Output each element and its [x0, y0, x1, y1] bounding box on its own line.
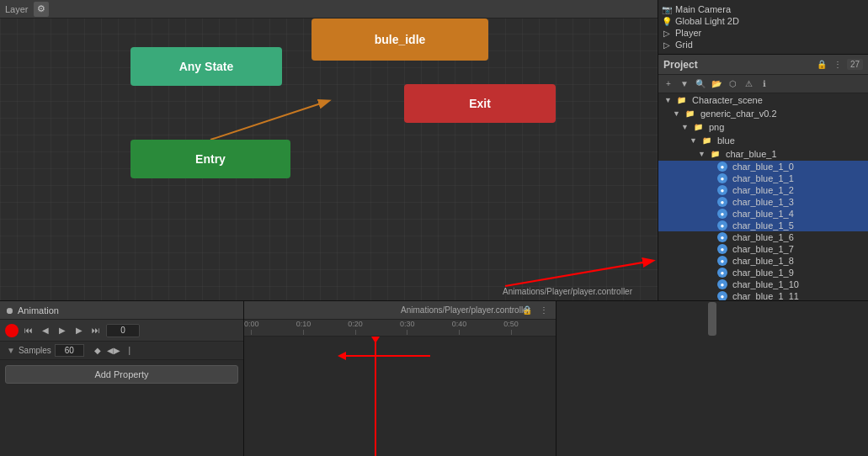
hierarchy-item-grid[interactable]: ▷ Grid — [658, 39, 868, 50]
node-exit[interactable]: Exit — [404, 84, 556, 123]
add-btn[interactable]: + — [662, 77, 675, 91]
tree-item[interactable]: ▼📁png — [658, 120, 868, 134]
tree-item-label: png — [709, 122, 724, 132]
tree-item-icon: ● — [717, 244, 727, 254]
right-panel: 📷 Main Camera 💡 Global Light 2D ▷ Player… — [658, 0, 868, 300]
samples-row: ▼ Samples ◆ ◀▶ | — [0, 342, 243, 360]
tree-item[interactable]: ●char_blue_1_11 — [658, 290, 868, 300]
svg-line-3 — [505, 261, 652, 286]
tree-item-label: char_blue_1_11 — [732, 291, 799, 300]
tree-item[interactable]: ●char_blue_1_5 — [658, 220, 868, 231]
lock-icon-btn[interactable]: 🔒 — [815, 58, 828, 72]
left-arrow-icon — [338, 352, 346, 360]
tree-item-icon: 📁 — [700, 135, 712, 146]
node-entry[interactable]: Entry — [130, 140, 290, 178]
tree-item[interactable]: ●char_blue_1_4 — [658, 208, 868, 220]
warning-btn[interactable]: ⚠ — [742, 77, 755, 91]
animation-panel: ⏺ Animation ⏮ ◀ ▶ ▶ ⏭ ▼ Samples ◆ ◀▶ | A… — [0, 301, 244, 456]
gear-button[interactable]: ⚙ — [34, 2, 49, 17]
ruler-tick-line — [511, 330, 512, 335]
hierarchy-item-light[interactable]: 💡 Global Light 2D — [658, 15, 868, 27]
timeline-more-btn[interactable]: ⋮ — [537, 304, 551, 317]
tree-item[interactable]: ●char_blue_1_8 — [658, 255, 868, 267]
tree-arrow-icon: ▼ — [690, 136, 698, 145]
samples-input[interactable] — [55, 344, 84, 357]
player-icon: ▷ — [662, 28, 672, 38]
tree-item[interactable]: ●char_blue_1_9 — [658, 267, 868, 278]
folder-view-btn[interactable]: 📂 — [710, 77, 723, 91]
timeline-red-arrow — [338, 352, 430, 360]
prev-frame-btn[interactable]: ◀ — [39, 324, 52, 337]
tree-item-icon: ● — [717, 291, 727, 300]
tree-item-icon: ● — [717, 209, 727, 219]
tree-item[interactable]: ●char_blue_1_2 — [658, 184, 868, 196]
frame-input[interactable] — [106, 324, 140, 337]
play-btn[interactable]: ▶ — [56, 324, 69, 337]
project-panel: Project 🔒 ⋮ 27 + ▼ 🔍 📂 ⬡ ⚠ ℹ ▼📁Character… — [658, 55, 868, 300]
timeline-area: Animations/Player/player.controller 🔒 ⋮ … — [244, 301, 556, 456]
project-badge: 27 — [847, 59, 863, 70]
tree-item-icon: ● — [717, 279, 727, 289]
ruler-tick-line — [355, 330, 356, 335]
keyframe-btn[interactable]: ◀▶ — [107, 344, 120, 358]
next-keyframe-btn[interactable]: ⏭ — [89, 324, 103, 337]
tree-arrow-icon: ▼ — [673, 109, 681, 118]
tree-item[interactable]: ●char_blue_1_0 — [658, 161, 868, 172]
add-property-button[interactable]: Add Property — [5, 365, 238, 384]
tree-arrow-icon: ▼ — [698, 150, 706, 158]
node-any-state[interactable]: Any State — [130, 47, 282, 86]
tree-item-icon: ● — [717, 268, 727, 278]
search-input-btn[interactable]: 🔍 — [694, 77, 707, 91]
tree-item-label: char_blue_1_7 — [732, 244, 794, 254]
hierarchy-item-camera[interactable]: 📷 Main Camera — [658, 3, 868, 15]
dropdown-btn[interactable]: ▼ — [678, 77, 691, 91]
info-btn[interactable]: ℹ — [758, 77, 771, 91]
ruler-tick-line — [303, 330, 304, 335]
grid-icon: ▷ — [662, 40, 672, 50]
tree-item[interactable]: ●char_blue_1_1 — [658, 172, 868, 184]
timeline-playhead[interactable] — [375, 337, 376, 456]
prev-keyframe-btn[interactable]: ⏮ — [22, 324, 35, 337]
anim-title: Animation — [18, 305, 59, 315]
project-toolbar: Project 🔒 ⋮ 27 — [658, 55, 868, 75]
tree-item-icon: 📁 — [675, 94, 687, 106]
animation-toolbar: ⏺ Animation — [0, 301, 243, 320]
tree-item[interactable]: ▼📁Character_scene — [658, 93, 868, 107]
add-key-btn[interactable]: | — [123, 344, 136, 358]
tree-item-icon: ● — [717, 173, 727, 183]
bottom-area: ⏺ Animation ⏮ ◀ ▶ ▶ ⏭ ▼ Samples ◆ ◀▶ | A… — [0, 300, 868, 456]
tree-item[interactable]: ●char_blue_1_6 — [658, 231, 868, 243]
tree-arrow-icon: ▼ — [681, 123, 690, 131]
tree-item[interactable]: ●char_blue_1_3 — [658, 196, 868, 208]
ruler-label: 0:30 — [400, 320, 415, 328]
record-button[interactable] — [5, 324, 19, 337]
tree-item[interactable]: ●char_blue_1_10 — [658, 278, 868, 290]
tree-item[interactable]: ●char_blue_1_7 — [658, 243, 868, 255]
tree-item-label: char_blue_1_8 — [732, 256, 794, 266]
arrow-line — [346, 355, 430, 357]
tree-item-label: char_blue_1_4 — [732, 209, 794, 219]
diamond-btn[interactable]: ◆ — [91, 344, 104, 358]
tree-item-label: char_blue_1_0 — [732, 162, 794, 172]
animator-panel: Layer ⚙ Any State bule_idle Exit Entry — [0, 0, 658, 300]
tree-item[interactable]: ▼📁blue — [658, 134, 868, 147]
tree-item[interactable]: ▼📁generic_char_v0.2 — [658, 107, 868, 120]
project-toolbar-icons: 🔒 ⋮ 27 — [815, 58, 863, 72]
tree-item-icon: 📁 — [709, 148, 721, 160]
tree-item[interactable]: ▼📁char_blue_1 — [658, 147, 868, 161]
more-icon-btn[interactable]: ⋮ — [831, 58, 844, 72]
hex-btn[interactable]: ⬡ — [726, 77, 739, 91]
scrollbar-thumb[interactable] — [708, 302, 716, 336]
svg-line-1 — [210, 101, 328, 140]
tree-item-label: char_blue_1_1 — [732, 173, 794, 183]
vertical-scrollbar[interactable] — [556, 301, 868, 456]
next-frame-btn[interactable]: ▶ — [72, 324, 86, 337]
samples-label: Samples — [19, 346, 51, 355]
tree-item-label: char_blue_1_9 — [732, 268, 794, 278]
timeline-content[interactable] — [244, 337, 556, 456]
hierarchy-item-player[interactable]: ▷ Player — [658, 27, 868, 39]
ruler-label: 0:40 — [452, 320, 467, 328]
tree-item-label: generic_char_v0.2 — [700, 109, 777, 119]
node-bule-idle[interactable]: bule_idle — [312, 19, 488, 61]
anim-controls: ⏮ ◀ ▶ ▶ ⏭ — [0, 320, 243, 342]
